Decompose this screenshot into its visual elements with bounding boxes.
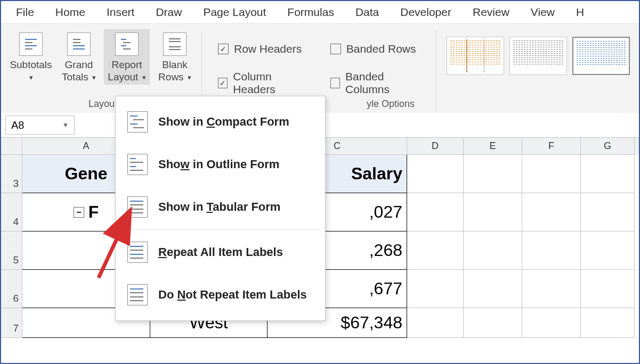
tabular-form-icon [127,196,148,218]
menu-insert[interactable]: Insert [96,3,145,22]
show-compact-form-item[interactable]: Show in Compact Form [116,101,325,143]
cell-f5[interactable] [522,231,581,270]
subtotals-icon [19,32,43,56]
cell-g4[interactable] [581,193,635,231]
group-layout-label: Layou [88,98,115,110]
menu-help-partial[interactable]: H [565,3,595,22]
cell-a3-text: Gene [64,164,107,184]
grand-totals-button[interactable]: GrandTotals ▾ [56,29,102,85]
cell-e4[interactable] [464,193,522,231]
cell-d3[interactable] [407,155,464,193]
checkbox-unchecked-icon [330,78,340,88]
banded-rows-checkbox[interactable]: Banded Rows [330,40,423,58]
column-headers-label: Column Headers [233,70,309,96]
row-header-6[interactable]: 6 [1,270,22,308]
banded-columns-checkbox[interactable]: Banded Columns [330,68,423,98]
cell-g3[interactable] [581,155,635,193]
blank-rows-label-1: Blank [162,59,188,70]
group-style-options-label: yle Options [367,98,415,110]
cell-e6[interactable] [464,270,522,308]
cell-e7[interactable] [464,308,522,338]
cell-d6[interactable] [407,270,464,308]
col-header-g[interactable]: G [581,138,635,155]
cell-c3-text: Salary [351,164,402,184]
menu-review[interactable]: Review [462,3,520,22]
grand-totals-icon [67,32,91,56]
row-header-4[interactable]: 4 [1,193,22,231]
blank-rows-label-2: Rows [158,71,184,82]
row-header-7[interactable]: 7 [1,308,22,338]
cell-a4-text: F [88,202,99,222]
no-repeat-labels-icon [127,284,148,305]
row-headers-checkbox[interactable]: ✓ Row Headers [218,40,309,58]
menubar: File Home Insert Draw Page Layout Formul… [1,1,639,23]
cell-f3[interactable] [522,155,581,193]
chevron-down-icon: ▼ [62,121,69,129]
menu-file[interactable]: File [5,3,45,22]
chevron-down-icon: ▾ [92,73,96,82]
col-header-e[interactable]: E [464,138,522,155]
cell-g7[interactable] [581,308,635,338]
cell-f4[interactable] [522,193,581,231]
cell-e5[interactable] [464,231,522,270]
menu-formulas[interactable]: Formulas [277,3,345,22]
col-header-f[interactable]: F [522,138,581,155]
report-layout-button[interactable]: ReportLayout ▾ [104,29,150,85]
compact-form-icon [127,111,148,133]
col-header-d[interactable]: D [407,138,464,155]
chevron-down-icon: ▾ [142,73,146,82]
report-layout-dropdown: Show in Compact Form Show in Outline For… [115,96,326,321]
repeat-labels-icon [127,242,148,263]
cell-c6-text: ,677 [369,279,402,299]
do-not-repeat-item-labels-label: Do Not Repeat Item Labels [158,288,307,302]
show-outline-form-label: Show in Outline Form [158,158,279,171]
row-header-3[interactable]: 3 [1,155,22,193]
cell-g6[interactable] [581,270,635,308]
show-tabular-form-item[interactable]: Show in Tabular Form [116,186,325,228]
select-all-corner[interactable] [1,138,22,155]
cell-c5-text: ,268 [369,241,402,260]
banded-columns-label: Banded Columns [345,70,423,96]
column-headers-checkbox[interactable]: ✓ Column Headers [218,68,309,98]
repeat-item-labels-item[interactable]: Repeat All Item Labels [116,231,325,274]
subtotals-button[interactable]: Subtotals▾ [8,29,54,85]
collapse-toggle-icon[interactable]: − [74,207,84,218]
menu-view[interactable]: View [520,3,565,22]
subtotals-label: Subtotals [10,59,52,70]
menu-separator [123,229,318,230]
cell-d7[interactable] [407,308,464,338]
cell-g5[interactable] [581,231,635,270]
blank-rows-icon [163,32,187,56]
banded-rows-label: Banded Rows [346,43,416,55]
row-headers-label: Row Headers [234,43,302,55]
pivot-style-thumb-2[interactable] [509,37,567,75]
menu-page-layout[interactable]: Page Layout [192,3,277,22]
cell-d5[interactable] [407,231,464,270]
cell-e3[interactable] [464,155,522,193]
row-header-5[interactable]: 5 [1,231,22,270]
checkbox-checked-icon: ✓ [218,78,228,88]
chevron-down-icon: ▾ [188,73,191,82]
cell-d4[interactable] [407,193,464,231]
pivot-style-thumb-3[interactable] [572,37,630,75]
ribbon-group-pivot-styles [436,29,636,113]
show-outline-form-item[interactable]: Show in Outline Form [116,143,325,186]
menu-home[interactable]: Home [45,3,96,22]
menu-data[interactable]: Data [345,3,390,22]
pivot-style-thumb-1[interactable] [447,37,504,75]
menu-draw[interactable]: Draw [145,3,192,22]
report-layout-label-2: Layout [108,71,138,82]
name-box-value: A8 [11,119,24,131]
name-box[interactable]: A8 ▼ [5,115,75,135]
report-layout-icon [115,32,139,56]
do-not-repeat-item-labels-item[interactable]: Do Not Repeat Item Labels [116,274,325,316]
grand-totals-label-2: Totals [62,71,88,82]
cell-c7-text: $67,348 [341,313,402,333]
cell-f6[interactable] [522,270,581,308]
checkbox-unchecked-icon [330,44,341,54]
blank-rows-button[interactable]: BlankRows ▾ [152,29,198,85]
cell-f7[interactable] [522,308,581,338]
cell-c4-text: ,027 [369,202,402,222]
menu-developer[interactable]: Developer [390,3,462,22]
checkbox-checked-icon: ✓ [218,44,229,54]
